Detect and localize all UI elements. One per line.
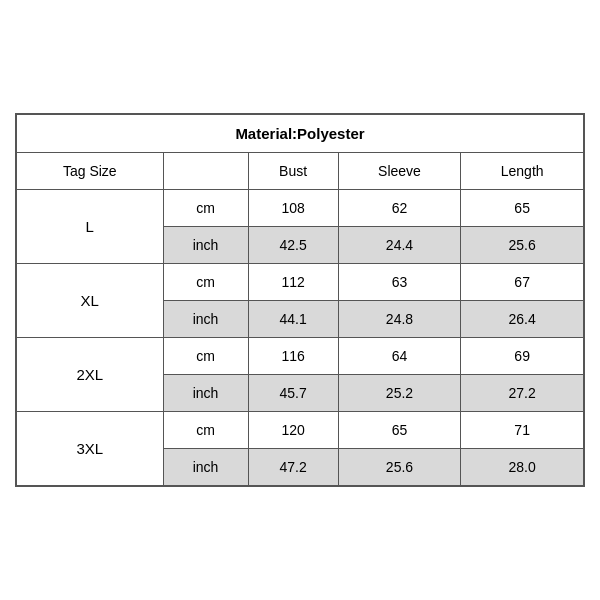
unit-inch: inch [163,375,248,412]
bust-cm: 112 [248,264,338,301]
table-row: 3XLcm1206571 [17,412,584,449]
sleeve-inch: 25.2 [338,375,461,412]
table-row: XLcm1126367 [17,264,584,301]
unit-header [163,153,248,190]
header-row: Tag Size Bust Sleeve Length [17,153,584,190]
size-label: 2XL [17,338,164,412]
unit-cm: cm [163,338,248,375]
unit-cm: cm [163,190,248,227]
bust-header: Bust [248,153,338,190]
bust-inch: 42.5 [248,227,338,264]
length-header: Length [461,153,584,190]
bust-cm: 120 [248,412,338,449]
tag-size-header: Tag Size [17,153,164,190]
sleeve-header: Sleeve [338,153,461,190]
sleeve-cm: 63 [338,264,461,301]
sleeve-inch: 25.6 [338,449,461,486]
unit-inch: inch [163,227,248,264]
title-row: Material:Polyester [17,115,584,153]
size-label: L [17,190,164,264]
sleeve-inch: 24.8 [338,301,461,338]
length-cm: 71 [461,412,584,449]
sleeve-cm: 65 [338,412,461,449]
length-cm: 69 [461,338,584,375]
table-row: Lcm1086265 [17,190,584,227]
length-cm: 67 [461,264,584,301]
length-inch: 27.2 [461,375,584,412]
table-row: 2XLcm1166469 [17,338,584,375]
sleeve-cm: 62 [338,190,461,227]
unit-inch: inch [163,301,248,338]
bust-inch: 44.1 [248,301,338,338]
unit-cm: cm [163,412,248,449]
unit-inch: inch [163,449,248,486]
length-inch: 28.0 [461,449,584,486]
table-title: Material:Polyester [17,115,584,153]
bust-cm: 108 [248,190,338,227]
length-inch: 25.6 [461,227,584,264]
bust-inch: 45.7 [248,375,338,412]
size-chart-container: Material:Polyester Tag Size Bust Sleeve … [15,113,585,487]
bust-cm: 116 [248,338,338,375]
length-inch: 26.4 [461,301,584,338]
sleeve-cm: 64 [338,338,461,375]
unit-cm: cm [163,264,248,301]
size-label: 3XL [17,412,164,486]
bust-inch: 47.2 [248,449,338,486]
size-label: XL [17,264,164,338]
sleeve-inch: 24.4 [338,227,461,264]
length-cm: 65 [461,190,584,227]
